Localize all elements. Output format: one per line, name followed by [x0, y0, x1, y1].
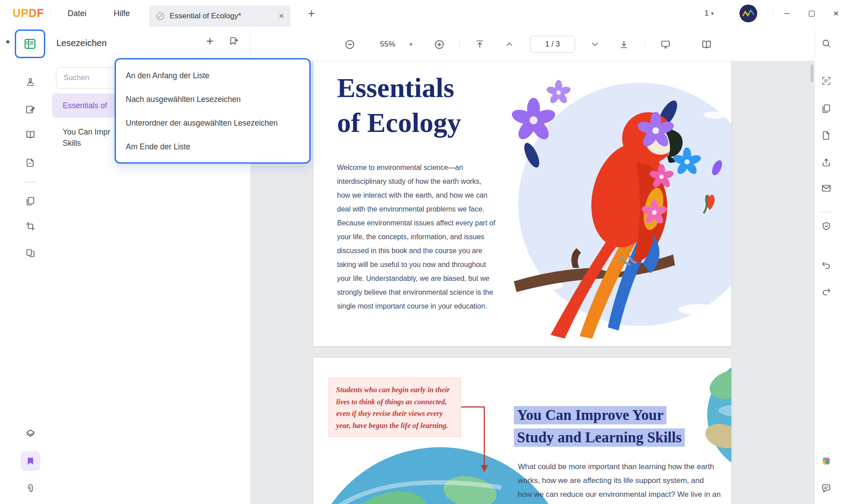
previous-page-button[interactable] — [500, 34, 519, 54]
quote-line: Students who can begin early in their — [336, 384, 453, 396]
menu-item-end-of-list[interactable]: Am Ende der Liste — [116, 135, 309, 159]
page-indicator[interactable]: 1 / 3 — [530, 36, 575, 53]
menu-datei[interactable]: Datei — [57, 0, 97, 27]
tab-count-dropdown[interactable]: 1 ▾ — [705, 0, 714, 27]
right-sidebar — [815, 27, 854, 504]
zoom-in-button[interactable] — [429, 34, 449, 54]
layers-icon — [25, 428, 36, 439]
layers-button[interactable] — [21, 424, 40, 444]
protect-button[interactable] — [816, 216, 836, 236]
pages-copy-icon — [821, 103, 832, 114]
updf-logo: UPDF — [13, 7, 44, 20]
last-page-button[interactable] — [614, 34, 634, 54]
body-line: single most important course in your edu… — [337, 299, 495, 313]
titlebar-divider — [50, 9, 51, 18]
page1-title-line2: of Ecology — [337, 105, 461, 140]
quote-line: even if they revise their views every — [336, 408, 453, 420]
selection-highlight: You Can Improve Your — [514, 406, 666, 424]
presentation-mode-button[interactable] — [656, 34, 675, 54]
extract-pages-button[interactable] — [21, 243, 40, 263]
search-button[interactable] — [816, 34, 836, 53]
compress-button[interactable] — [816, 99, 836, 119]
share-button[interactable] — [816, 152, 836, 172]
attachments-button[interactable] — [21, 479, 40, 498]
menu-item-after-selected[interactable]: Nach ausgewählten Lesezeichen — [116, 88, 309, 111]
document-tab[interactable]: Essential of Ecology* ✕ — [149, 5, 290, 27]
go-to-top-icon — [474, 39, 485, 50]
panel-indicator-dot — [6, 40, 9, 43]
quote-callout: Students who can begin early in their li… — [329, 378, 461, 437]
parrot-illustration — [506, 61, 731, 346]
body-line: your life, the concepts, information, an… — [337, 230, 495, 244]
email-button[interactable] — [816, 178, 836, 198]
bookmarks-panel-toggle[interactable] — [15, 30, 45, 58]
quote-line: year, have begun the life of learning. — [336, 420, 453, 432]
zoom-level[interactable]: 55% — [374, 34, 401, 54]
body-line: how we interact with the earth, and how … — [337, 188, 495, 202]
tab-doc-icon — [155, 11, 165, 21]
menu-item-top-of-list[interactable]: An den Anfang der Liste — [116, 64, 309, 88]
tab-close-icon[interactable]: ✕ — [278, 12, 284, 20]
zoom-out-button[interactable] — [340, 34, 359, 54]
edit-page-button[interactable] — [21, 153, 40, 173]
menu-hilfe[interactable]: Hilfe — [102, 0, 141, 27]
pdf-page-1[interactable]: Essentials of Ecology Welcome to environ… — [313, 61, 731, 346]
mail-icon — [821, 183, 832, 194]
zoom-out-icon — [344, 39, 355, 50]
pdf-page-2[interactable]: Students who can begin early in their li… — [313, 358, 731, 504]
read-mode-button[interactable] — [21, 125, 40, 144]
convert-button[interactable] — [816, 126, 836, 145]
stamp-tool-button[interactable] — [21, 72, 40, 92]
bookmark-add-page-button[interactable] — [224, 31, 243, 51]
add-bookmark-menu: An den Anfang der Liste Nach ausgewählte… — [115, 58, 311, 164]
vertical-scrollbar[interactable] — [811, 64, 813, 82]
speech-bubble-icon — [821, 483, 832, 494]
next-page-button[interactable] — [585, 34, 605, 54]
bookmark-button[interactable] — [21, 451, 40, 471]
chevron-down-icon — [589, 39, 600, 50]
rail-divider — [821, 212, 832, 212]
chevron-down-icon: ▾ — [711, 10, 713, 17]
monitor-icon — [660, 39, 671, 50]
body-line: your life. Understandably, we are biased… — [337, 271, 495, 285]
close-button[interactable]: ✕ — [828, 6, 844, 21]
body-line: works, how we are affecting its life sup… — [518, 474, 721, 487]
ai-assistant-button[interactable] — [816, 451, 836, 471]
bookmark-plus-icon — [228, 36, 239, 47]
minimize-button[interactable]: ─ — [779, 6, 795, 21]
comment-tool-button[interactable] — [21, 100, 40, 119]
reading-mode-button[interactable] — [696, 34, 716, 54]
page1-title: Essentials of Ecology — [337, 70, 461, 140]
body-line: interdisciplinary study of how the earth… — [337, 174, 495, 188]
maximize-button[interactable] — [803, 6, 820, 21]
toolbar-divider — [459, 38, 460, 50]
organize-pages-button[interactable] — [21, 191, 40, 211]
page2-heading: You Can Improve Your Study and Learning … — [514, 404, 685, 449]
toolbar-divider — [645, 38, 645, 50]
go-to-bottom-icon — [619, 39, 629, 50]
selection-highlight: Study and Learning Skills — [514, 428, 685, 447]
view-toolbar: 55% ▾ 1 / 3 — [251, 27, 815, 61]
body-line: taking will be useful to you now and thr… — [337, 258, 495, 271]
maximize-icon — [809, 11, 815, 17]
zoom-dropdown-button[interactable]: ▾ — [405, 34, 417, 54]
document-viewport[interactable]: Essentials of Ecology Welcome to environ… — [251, 61, 815, 504]
crop-tool-button[interactable] — [21, 216, 40, 236]
bookmark-icon — [25, 456, 36, 466]
bookmarks-panel-icon — [23, 37, 37, 51]
page1-paragraph: Welcome to environmental science—an inte… — [337, 161, 495, 313]
tab-title: Essential of Ecology* — [170, 12, 274, 21]
feedback-button[interactable] — [816, 479, 836, 498]
file-icon — [821, 130, 832, 141]
ocr-button[interactable] — [816, 71, 836, 91]
chevron-up-icon — [504, 39, 515, 50]
first-page-button[interactable] — [470, 34, 490, 54]
redo-button[interactable] — [816, 282, 836, 301]
undo-button[interactable] — [816, 255, 836, 275]
new-tab-button[interactable]: + — [303, 4, 320, 22]
book-open-icon — [701, 39, 712, 50]
add-bookmark-button[interactable]: + — [200, 31, 220, 51]
avatar[interactable] — [739, 4, 757, 22]
menu-item-subfolder-of-selected[interactable]: Unterordner der ausgewählten Lesezeichen — [116, 111, 309, 135]
quote-line: lives to think of things as connected, — [336, 396, 453, 408]
